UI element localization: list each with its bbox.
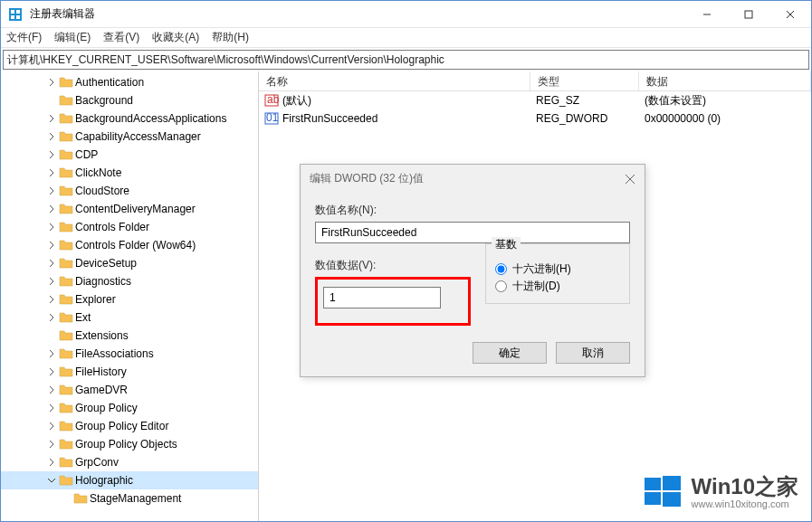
chevron-right-icon[interactable] bbox=[44, 256, 59, 270]
menu-help[interactable]: 帮助(H) bbox=[212, 30, 249, 45]
tree-item[interactable]: CloudStore bbox=[1, 182, 258, 200]
radio-dec[interactable]: 十进制(D) bbox=[495, 279, 620, 294]
win10-logo-icon bbox=[643, 472, 683, 512]
tree-item-label: StageManagement bbox=[90, 492, 181, 505]
folder-icon bbox=[59, 93, 73, 108]
address-bar[interactable]: 计算机\HKEY_CURRENT_USER\Software\Microsoft… bbox=[3, 50, 809, 70]
ok-button[interactable]: 确定 bbox=[473, 342, 547, 364]
value-data: 0x00000000 (0) bbox=[639, 112, 811, 125]
watermark-url: www.win10xitong.com bbox=[692, 498, 798, 509]
column-header-type[interactable]: 类型 bbox=[530, 71, 639, 90]
chevron-right-icon[interactable] bbox=[44, 419, 59, 433]
value-name: (默认) bbox=[282, 93, 311, 109]
chevron-right-icon[interactable] bbox=[44, 166, 59, 180]
menu-favorites[interactable]: 收藏夹(A) bbox=[152, 30, 199, 45]
tree-item[interactable]: CapabilityAccessManager bbox=[1, 128, 258, 146]
folder-icon bbox=[59, 473, 73, 488]
tree-item-label: ContentDeliveryManager bbox=[75, 203, 196, 215]
tree-item[interactable]: Ext bbox=[1, 308, 258, 327]
chevron-down-icon[interactable] bbox=[44, 473, 59, 488]
tree-item[interactable]: Group Policy Editor bbox=[1, 417, 258, 435]
chevron-right-icon[interactable] bbox=[44, 437, 59, 451]
tree-item[interactable]: Controls Folder (Wow64) bbox=[1, 236, 258, 254]
tree-item-label: CloudStore bbox=[75, 185, 129, 197]
menu-view[interactable]: 查看(V) bbox=[103, 30, 139, 45]
minimize-button[interactable] bbox=[686, 1, 728, 28]
base-group-label: 基数 bbox=[492, 237, 521, 252]
maximize-button[interactable] bbox=[728, 1, 769, 28]
chevron-right-icon[interactable] bbox=[44, 346, 59, 361]
chevron-right-icon[interactable] bbox=[44, 292, 59, 307]
radio-hex-input[interactable] bbox=[495, 263, 507, 275]
tree-item[interactable]: Holographic bbox=[1, 471, 258, 489]
chevron-right-icon[interactable] bbox=[44, 238, 59, 252]
menu-file[interactable]: 文件(F) bbox=[6, 30, 42, 45]
tree-item[interactable]: Group Policy bbox=[1, 399, 258, 417]
column-header-data[interactable]: 数据 bbox=[639, 71, 811, 90]
titlebar: 注册表编辑器 bbox=[1, 1, 811, 28]
chevron-right-icon[interactable] bbox=[44, 220, 59, 234]
value-type: REG_SZ bbox=[530, 94, 639, 107]
chevron-right-icon[interactable] bbox=[44, 129, 59, 144]
tree-item[interactable]: FileAssociations bbox=[1, 345, 258, 363]
tree-item[interactable]: Group Policy Objects bbox=[1, 435, 258, 453]
close-button[interactable] bbox=[769, 1, 811, 28]
tree-item-label: GameDVR bbox=[75, 384, 128, 396]
tree-item[interactable]: DeviceSetup bbox=[1, 254, 258, 272]
value-name: FirstRunSucceeded bbox=[282, 112, 377, 125]
chevron-right-icon[interactable] bbox=[44, 401, 59, 415]
value-data-input[interactable] bbox=[323, 287, 441, 308]
tree-item-label: Controls Folder (Wow64) bbox=[75, 239, 196, 252]
tree-item[interactable]: Diagnostics bbox=[1, 272, 258, 290]
tree-item-label: Diagnostics bbox=[75, 275, 131, 288]
value-name-input[interactable] bbox=[315, 222, 630, 243]
tree-item[interactable]: ClickNote bbox=[1, 164, 258, 182]
tree-item-label: FileHistory bbox=[75, 365, 127, 378]
tree-spacer bbox=[44, 93, 59, 108]
registry-tree[interactable]: AuthenticationBackgroundBackgroundAccess… bbox=[1, 71, 259, 521]
chevron-right-icon[interactable] bbox=[44, 202, 59, 216]
radio-dec-input[interactable] bbox=[495, 280, 507, 292]
menu-edit[interactable]: 编辑(E) bbox=[54, 30, 91, 45]
chevron-right-icon[interactable] bbox=[44, 274, 59, 289]
tree-item[interactable]: GameDVR bbox=[1, 381, 258, 399]
svg-rect-3 bbox=[11, 15, 14, 19]
value-data: (数值未设置) bbox=[639, 93, 811, 109]
dialog-close-button[interactable] bbox=[621, 170, 639, 188]
tree-item[interactable]: CDP bbox=[1, 146, 258, 164]
chevron-right-icon[interactable] bbox=[44, 455, 59, 470]
tree-item[interactable]: Controls Folder bbox=[1, 218, 258, 236]
chevron-right-icon[interactable] bbox=[44, 75, 59, 90]
tree-item-label: CapabilityAccessManager bbox=[75, 130, 201, 143]
radio-hex[interactable]: 十六进制(H) bbox=[495, 261, 620, 277]
tree-item[interactable]: Background bbox=[1, 91, 258, 109]
chevron-right-icon[interactable] bbox=[44, 111, 59, 126]
tree-item[interactable]: Extensions bbox=[1, 327, 258, 345]
folder-icon bbox=[59, 437, 73, 451]
tree-item[interactable]: BackgroundAccessApplications bbox=[1, 109, 258, 128]
chevron-right-icon[interactable] bbox=[44, 184, 59, 198]
tree-item-label: FileAssociations bbox=[75, 347, 154, 360]
folder-icon bbox=[59, 220, 73, 234]
tree-item[interactable]: GrpConv bbox=[1, 453, 258, 471]
column-header-name[interactable]: 名称 bbox=[259, 71, 530, 90]
tree-item[interactable]: StageManagement bbox=[1, 489, 258, 508]
value-row[interactable]: ab(默认)REG_SZ(数值未设置) bbox=[259, 91, 811, 109]
tree-item[interactable]: FileHistory bbox=[1, 363, 258, 381]
chevron-right-icon[interactable] bbox=[44, 383, 59, 397]
tree-item[interactable]: Authentication bbox=[1, 73, 258, 91]
chevron-right-icon[interactable] bbox=[44, 310, 59, 325]
chevron-right-icon[interactable] bbox=[44, 365, 59, 379]
value-data-label: 数值数据(V): bbox=[315, 258, 471, 273]
svg-rect-4 bbox=[16, 15, 20, 19]
chevron-right-icon[interactable] bbox=[44, 147, 59, 162]
svg-rect-17 bbox=[645, 492, 661, 505]
cancel-button[interactable]: 取消 bbox=[556, 342, 630, 364]
tree-item[interactable]: Explorer bbox=[1, 290, 258, 308]
svg-rect-16 bbox=[663, 476, 681, 490]
tree-item[interactable]: ContentDeliveryManager bbox=[1, 200, 258, 218]
value-row[interactable]: 011FirstRunSucceededREG_DWORD0x00000000 … bbox=[259, 109, 811, 128]
folder-icon bbox=[59, 401, 73, 415]
radio-hex-label: 十六进制(H) bbox=[512, 261, 571, 277]
radio-dec-label: 十进制(D) bbox=[512, 279, 560, 294]
